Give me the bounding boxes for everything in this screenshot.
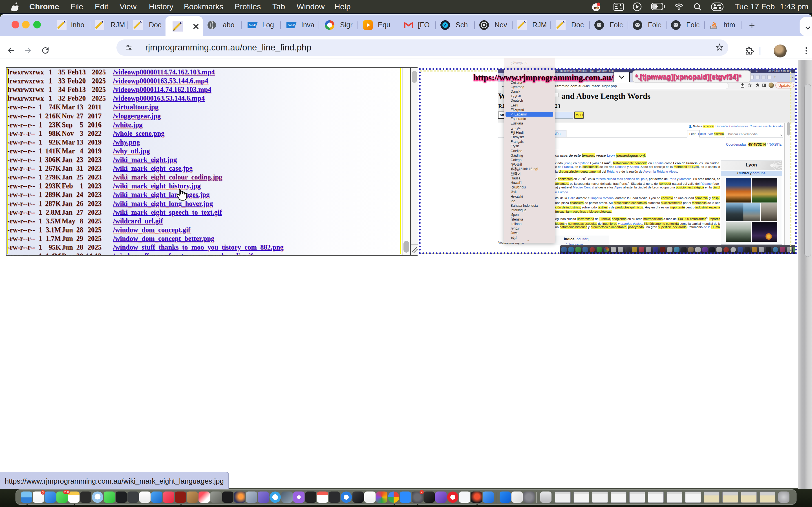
svg-text:SAP: SAP	[249, 23, 256, 27]
svg-text:mk: mk	[594, 6, 600, 10]
svg-text:SAP: SAP	[288, 23, 295, 27]
svg-text:v: v	[444, 23, 446, 27]
